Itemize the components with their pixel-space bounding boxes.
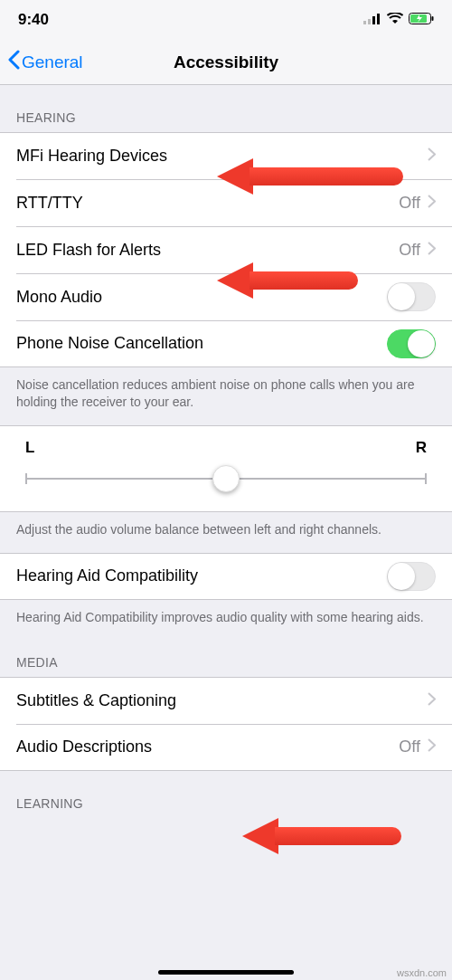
- status-bar: 9:40: [0, 0, 452, 40]
- footer-hac: Hearing Aid Compatibility improves audio…: [0, 600, 452, 641]
- chevron-right-icon: [428, 691, 436, 710]
- cellular-icon: [363, 11, 381, 29]
- row-label: RTT/TTY: [16, 194, 399, 213]
- row-label: Phone Noise Cancellation: [16, 334, 387, 353]
- watermark: wsxdn.com: [397, 967, 447, 978]
- svg-rect-1: [368, 19, 371, 24]
- battery-icon: [409, 11, 434, 29]
- svg-rect-6: [432, 16, 434, 21]
- mono-audio-toggle[interactable]: [387, 282, 436, 311]
- status-icons: [363, 11, 434, 29]
- svg-rect-2: [372, 16, 375, 24]
- annotation-arrow: [242, 818, 396, 854]
- row-audio-descriptions[interactable]: Audio Descriptions Off: [0, 724, 452, 771]
- balance-slider-row: L R: [0, 425, 452, 512]
- back-button[interactable]: General: [7, 50, 83, 74]
- row-mono-audio: Mono Audio: [0, 273, 452, 320]
- row-value: Off: [399, 194, 420, 213]
- footer-noise: Noise cancellation reduces ambient noise…: [0, 367, 452, 425]
- row-value: Off: [399, 241, 420, 260]
- chevron-right-icon: [428, 737, 436, 756]
- home-indicator: [158, 970, 294, 975]
- svg-rect-0: [363, 21, 366, 24]
- row-phone-noise-cancellation: Phone Noise Cancellation: [0, 320, 452, 367]
- row-rtt-tty[interactable]: RTT/TTY Off: [0, 179, 452, 226]
- footer-balance: Adjust the audio volume balance between …: [0, 512, 452, 553]
- section-header-learning: LEARNING: [0, 771, 452, 818]
- chevron-right-icon: [428, 147, 436, 166]
- status-time: 9:40: [18, 11, 49, 29]
- row-label: Hearing Aid Compatibility: [16, 566, 387, 585]
- section-header-hearing: HEARING: [0, 85, 452, 132]
- balance-slider[interactable]: [25, 466, 427, 491]
- row-label: Subtitles & Captioning: [16, 691, 428, 710]
- row-hearing-aid-compat: Hearing Aid Compatibility: [0, 553, 452, 600]
- wifi-icon: [387, 11, 403, 29]
- chevron-right-icon: [428, 194, 436, 213]
- row-subtitles-captioning[interactable]: Subtitles & Captioning: [0, 677, 452, 724]
- back-label: General: [22, 52, 83, 72]
- chevron-right-icon: [428, 241, 436, 260]
- row-led-flash[interactable]: LED Flash for Alerts Off: [0, 226, 452, 273]
- nav-bar: General Accessibility: [0, 40, 452, 85]
- noise-cancellation-toggle[interactable]: [387, 329, 436, 358]
- row-label: Audio Descriptions: [16, 737, 399, 756]
- row-value: Off: [399, 737, 420, 756]
- row-label: Mono Audio: [16, 288, 387, 307]
- slider-left-label: L: [25, 439, 34, 457]
- hearing-aid-compat-toggle[interactable]: [387, 562, 436, 591]
- row-mfi-hearing-devices[interactable]: MFi Hearing Devices: [0, 132, 452, 179]
- row-label: LED Flash for Alerts: [16, 241, 399, 260]
- slider-knob[interactable]: [212, 465, 240, 492]
- chevron-left-icon: [7, 50, 20, 74]
- slider-right-label: R: [416, 439, 427, 457]
- row-label: MFi Hearing Devices: [16, 147, 428, 166]
- svg-rect-3: [377, 14, 380, 24]
- section-header-media: MEDIA: [0, 641, 452, 677]
